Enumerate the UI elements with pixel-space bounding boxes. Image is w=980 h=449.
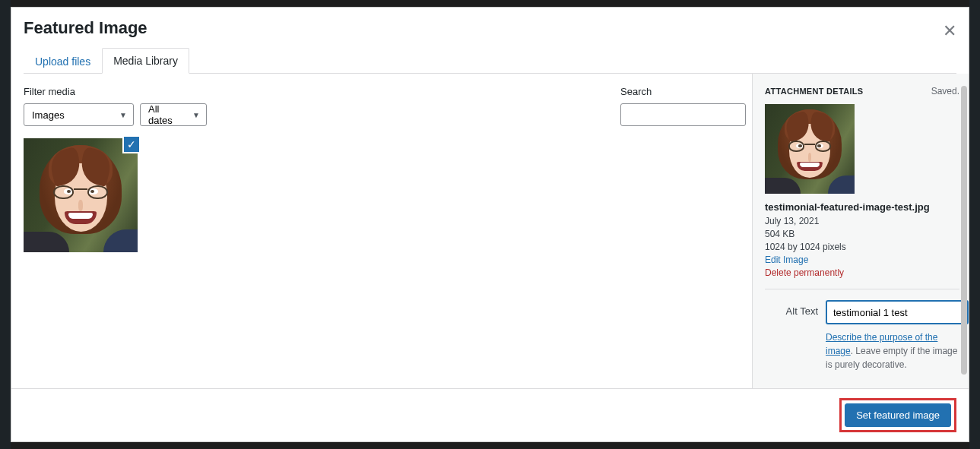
media-browser: Filter media Images ▼ All dates ▼ Search (11, 74, 752, 388)
tab-media-library[interactable]: Media Library (102, 48, 189, 74)
tab-upload-files[interactable]: Upload files (24, 48, 102, 74)
attachment-thumbnail (24, 138, 138, 252)
media-date-filter[interactable]: All dates ▼ (140, 103, 207, 126)
admin-bg-left (0, 0, 11, 449)
media-type-value: Images (32, 109, 65, 121)
attachment-item[interactable]: ✓ (24, 138, 138, 252)
attachment-date: July 13, 2021 (765, 216, 959, 226)
scrollbar[interactable] (961, 86, 967, 375)
modal-footer: Set featured image (11, 388, 969, 441)
media-date-value: All dates (148, 103, 185, 126)
delete-permanently-link[interactable]: Delete permanently (765, 267, 844, 278)
alt-text-label: Alt Text (765, 300, 818, 317)
alt-text-row: Alt Text (765, 300, 959, 324)
edit-image-link[interactable]: Edit Image (765, 255, 808, 265)
attachment-filesize: 504 KB (765, 229, 959, 239)
detail-thumbnail (765, 104, 855, 194)
saved-status: Saved. (931, 86, 959, 96)
set-featured-image-button[interactable]: Set featured image (845, 403, 951, 427)
divider (765, 289, 959, 289)
admin-bg-right (969, 0, 980, 449)
search-label: Search (620, 86, 746, 97)
close-icon[interactable]: ✕ (943, 21, 956, 41)
modal-header: Featured Image ✕ Upload files Media Libr… (11, 8, 969, 74)
search-input[interactable] (620, 103, 746, 126)
media-type-filter[interactable]: Images ▼ (24, 103, 134, 126)
details-heading: ATTACHMENT DETAILS (765, 87, 863, 96)
filter-media-label: Filter media (24, 86, 207, 97)
alt-text-help: Describe the purpose of the image. Leave… (826, 330, 959, 372)
media-toolbar: Filter media Images ▼ All dates ▼ Search (24, 86, 746, 126)
search-group: Search (620, 86, 746, 126)
featured-image-modal: Featured Image ✕ Upload files Media Libr… (11, 7, 969, 442)
callout-highlight: Set featured image (839, 398, 956, 432)
attachment-filename: testimonial-featured-image-test.jpg (765, 201, 959, 213)
media-tabs: Upload files Media Library (24, 47, 956, 74)
filter-group: Filter media Images ▼ All dates ▼ (24, 86, 207, 126)
selected-check-icon: ✓ (122, 135, 141, 153)
modal-title: Featured Image (24, 18, 956, 38)
attachments-grid: ✓ (24, 138, 746, 252)
alt-text-input[interactable] (826, 300, 969, 324)
chevron-down-icon: ▼ (119, 111, 127, 119)
attachment-dimensions: 1024 by 1024 pixels (765, 242, 959, 252)
modal-content: Filter media Images ▼ All dates ▼ Search (11, 74, 969, 388)
attachment-details-sidebar: ATTACHMENT DETAILS Saved. (752, 74, 969, 388)
chevron-down-icon: ▼ (192, 111, 200, 119)
